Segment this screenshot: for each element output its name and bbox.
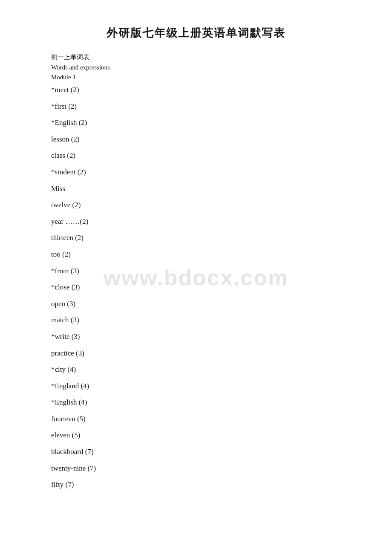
word-item: fourteen (5) [51, 413, 341, 426]
word-item: too (2) [51, 248, 341, 261]
word-item: fifty (7) [51, 478, 341, 491]
word-item: *meet (2) [51, 84, 341, 97]
word-item: *city (4) [51, 363, 341, 376]
word-item: *write (3) [51, 330, 341, 344]
word-item: *England (4) [51, 380, 341, 393]
subtitle-3: Module 1 [51, 74, 341, 81]
page-container: www.bdocx.com 外研版七年级上册英语单词默写表 初一上单词表 Wor… [0, 0, 392, 555]
word-item: eleven (5) [51, 429, 341, 442]
word-item: open (3) [51, 298, 341, 311]
word-item: thirteen (2) [51, 231, 341, 245]
word-item: match (3) [51, 314, 341, 327]
word-item: *English (4) [51, 396, 341, 409]
word-item: twenty-nine (7) [51, 462, 341, 475]
subtitle-1: 初一上单词表 [51, 53, 341, 61]
word-item: class (2) [51, 149, 341, 162]
word-item: Miss [51, 182, 341, 196]
word-item: *close (3) [51, 281, 341, 294]
subtitle-2: Words and expressions [51, 64, 341, 71]
word-item: *from (3) [51, 265, 341, 278]
word-item: *student (2) [51, 166, 341, 179]
words-list: *meet (2)*first (2)*English (2)lesson (2… [51, 84, 341, 491]
word-item: twelve (2) [51, 199, 341, 212]
page-title: 外研版七年级上册英语单词默写表 [51, 26, 341, 40]
word-item: *English (2) [51, 116, 341, 130]
word-item: practice (3) [51, 347, 341, 360]
word-item: *first (2) [51, 100, 341, 113]
word-item: year ……(2) [51, 215, 341, 228]
word-item: lesson (2) [51, 133, 341, 146]
word-item: blackboard (7) [51, 445, 341, 459]
